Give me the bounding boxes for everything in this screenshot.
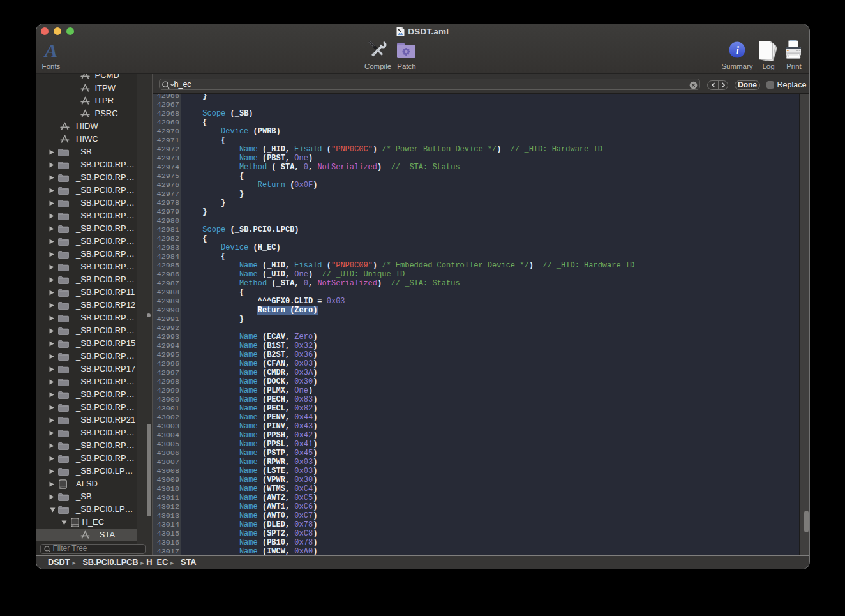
svg-text:i: i [736,43,740,57]
